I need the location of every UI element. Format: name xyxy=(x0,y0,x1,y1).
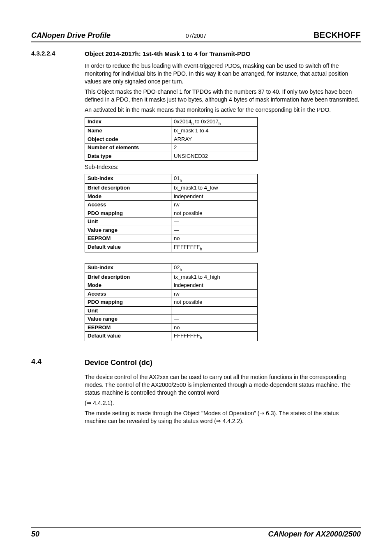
table-row: Brief descriptiontx_mask1 to 4_high xyxy=(85,273,258,281)
table-row: Modeindependent xyxy=(85,281,258,290)
table-row: Default valueFFFFFFFFh xyxy=(85,243,258,252)
paragraph: This Object masks the PDO-channel 1 for … xyxy=(85,88,361,104)
table-row: Name tx_mask 1 to 4 xyxy=(85,127,258,135)
page-footer: 50 CANopen for AX2000/2500 xyxy=(31,526,361,539)
table-row: Default valueFFFFFFFFh xyxy=(85,332,258,341)
header-brand: BECKHOFF xyxy=(219,30,361,40)
table-row: PDO mappingnot possible xyxy=(85,209,258,217)
subindex-01-table: Sub-index01h Brief descriptiontx_mask1 t… xyxy=(85,174,258,252)
table-row: PDO mappingnot possible xyxy=(85,298,258,307)
paragraph: The mode setting is made through the Obj… xyxy=(85,409,361,425)
table-row: Unit— xyxy=(85,306,258,315)
section-title-44: Device Control (dc) xyxy=(85,358,361,368)
paragraph: The device control of the AX2xxx can be … xyxy=(85,373,361,397)
cell-value: UNSIGNED32 xyxy=(171,152,258,160)
header-date: 07/2007 xyxy=(173,32,219,39)
table-row: Value range— xyxy=(85,226,258,234)
subindex-02-table: Sub-index02h Brief descriptiontx_mask1 t… xyxy=(85,263,258,341)
table-row: Brief descriptiontx_mask1 to 4_low xyxy=(85,184,258,192)
arrow-icon: ⇒ xyxy=(216,418,221,424)
table-row: Sub-index02h xyxy=(85,263,258,273)
cell-label: Index xyxy=(85,117,171,127)
arrow-icon: ⇒ xyxy=(260,410,265,416)
table-row: Accessrw xyxy=(85,289,258,298)
table-row: Number of elements 2 xyxy=(85,143,258,152)
table-row: Object code ARRAY xyxy=(85,135,258,143)
header-left: CANopen Drive Profile xyxy=(31,31,173,40)
table-row: EEPROMno xyxy=(85,234,258,243)
footer-right: CANopen for AX2000/2500 xyxy=(268,530,361,539)
cell-value: tx_mask 1 to 4 xyxy=(171,127,258,135)
arrow-icon: ⇒ xyxy=(87,400,92,406)
paragraph: (⇒ 4.4.2.1). xyxy=(85,399,361,407)
table-row: Sub-index01h xyxy=(85,174,258,184)
section-title-43224: Object 2014-2017h: 1st-4th Mask 1 to 4 f… xyxy=(85,50,361,58)
cell-value: 0x2014h to 0x2017h xyxy=(171,117,258,127)
cell-label: Number of elements xyxy=(85,143,171,152)
cell-value: ARRAY xyxy=(171,135,258,143)
page-header: CANopen Drive Profile 07/2007 BECKHOFF xyxy=(31,30,361,42)
cell-label: Object code xyxy=(85,135,171,143)
table-row: Index 0x2014h to 0x2017h xyxy=(85,117,258,127)
table-row: Value range— xyxy=(85,315,258,324)
cell-label: Name xyxy=(85,127,171,135)
page-number: 50 xyxy=(31,530,39,539)
paragraph: In order to reduce the bus loading with … xyxy=(85,62,361,86)
object-summary-table: Index 0x2014h to 0x2017h Name tx_mask 1 … xyxy=(85,117,258,161)
table-row: Accessrw xyxy=(85,201,258,209)
table-row: EEPROMno xyxy=(85,323,258,332)
section-number-44: 4.4 xyxy=(31,358,85,428)
section-number-43224: 4.3.2.2.4 xyxy=(31,50,85,341)
paragraph: An activated bit in the mask means that … xyxy=(85,106,361,114)
cell-label: Data type xyxy=(85,152,171,160)
footer-rule xyxy=(31,527,361,528)
table-row: Data type UNSIGNED32 xyxy=(85,152,258,160)
table-row: Modeindependent xyxy=(85,192,258,201)
cell-value: 2 xyxy=(171,143,258,152)
table-row: Unit— xyxy=(85,217,258,226)
sub-indexes-label: Sub-Indexes: xyxy=(85,163,361,171)
